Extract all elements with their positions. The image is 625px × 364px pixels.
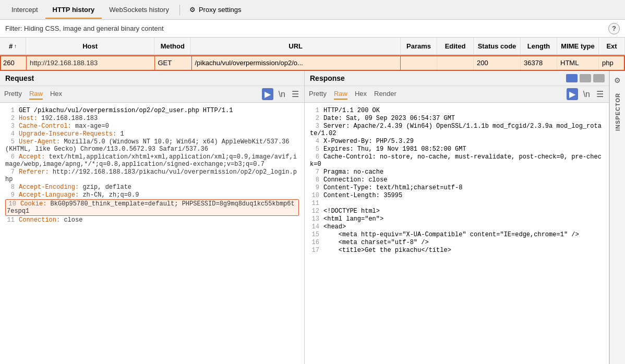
response-content: 1HTTP/1.1 200 OK2Date: Sat, 09 Sep 2023 … bbox=[305, 103, 609, 364]
response-tab-pretty[interactable]: Pretty bbox=[309, 89, 327, 100]
request-title: Request bbox=[4, 72, 35, 84]
response-send-icon[interactable]: ▶ bbox=[567, 88, 578, 100]
response-line: 17 <title>Get the pikachu</title> bbox=[310, 247, 604, 254]
response-line: 10Content-Length: 35995 bbox=[310, 192, 604, 199]
response-view-grid-icon[interactable] bbox=[566, 74, 578, 82]
request-line: 1GET /pikachu/vul/overpermission/op2/op2… bbox=[5, 107, 299, 114]
col-num: # ↑ bbox=[0, 38, 26, 54]
request-line: 2Host: 192.168.188.183 bbox=[5, 115, 299, 122]
response-menu-icon[interactable]: ☰ bbox=[595, 88, 605, 100]
col-url: URL bbox=[191, 38, 401, 54]
request-line: 9Accept-Language: zh-CN, zh;q=0.9 bbox=[5, 191, 299, 199]
response-line: 6Cache-Control: no-store, no-cache, must… bbox=[310, 153, 604, 168]
response-view-wrap-icon[interactable] bbox=[593, 74, 605, 82]
response-title: Response bbox=[309, 72, 346, 84]
response-header-bar: Response bbox=[305, 71, 609, 86]
request-line: 11Connection: close bbox=[5, 216, 299, 224]
table-row[interactable]: 260 http://192.168.188.183 GET /pikachu/… bbox=[0, 55, 625, 71]
table-header: # ↑ Host Method URL Params Edited Status… bbox=[0, 38, 625, 55]
request-tab-hex[interactable]: Hex bbox=[50, 89, 62, 100]
response-line: 1HTTP/1.1 200 OK bbox=[310, 107, 604, 114]
request-line: 7Referer: http://192.168.188.183/pikachu… bbox=[5, 168, 299, 183]
top-nav: Intercept HTTP history WebSockets histor… bbox=[0, 0, 625, 20]
response-tab-render[interactable]: Render bbox=[374, 89, 396, 100]
right-sidebar: ⚙ INSPECTOR bbox=[609, 71, 625, 364]
request-menu-icon[interactable]: ☰ bbox=[291, 88, 300, 100]
nav-divider bbox=[179, 5, 180, 15]
response-line: 11 bbox=[310, 200, 604, 207]
request-content: 1GET /pikachu/vul/overpermission/op2/op2… bbox=[0, 103, 304, 364]
col-mime: MIME type bbox=[557, 38, 599, 54]
filter-text: Filter: Hiding CSS, image and general bi… bbox=[5, 25, 164, 32]
response-line: 16 <meta charset="utf-8" /> bbox=[310, 239, 604, 246]
col-length: Length bbox=[521, 38, 557, 54]
response-line: 14<head> bbox=[310, 223, 604, 230]
help-button[interactable]: ? bbox=[608, 23, 620, 34]
request-line: 4Upgrade-Insecure-Requests: 1 bbox=[5, 130, 299, 138]
cell-method: GET bbox=[155, 55, 191, 70]
request-header-bar: Request bbox=[0, 71, 304, 86]
request-tab-raw[interactable]: Raw bbox=[29, 89, 43, 100]
cell-num: 260 bbox=[0, 55, 26, 70]
col-status: Status code bbox=[474, 38, 521, 54]
inspector-label: INSPECTOR bbox=[615, 93, 621, 131]
response-wrap-icon[interactable]: \n bbox=[582, 89, 591, 100]
col-host: Host bbox=[26, 38, 154, 54]
request-tab-icons: ▶ \n ☰ bbox=[262, 88, 300, 100]
request-line: 3Cache-Control: max-age=0 bbox=[5, 123, 299, 130]
request-line: 5User-Agent: Mozilla/5.0 (Windows NT 10.… bbox=[5, 138, 299, 153]
main-content: Request Pretty Raw Hex ▶ \n ☰ 1GET /pika… bbox=[0, 71, 625, 364]
request-line: 8Accept-Encoding: gzip, deflate bbox=[5, 184, 299, 191]
response-line: 7Pragma: no-cache bbox=[310, 168, 604, 176]
response-line: 9Content-Type: text/html;charset=utf-8 bbox=[310, 184, 604, 191]
cell-params bbox=[401, 55, 437, 70]
request-line: 10Cookie: BkG0p95780_think_template=defa… bbox=[5, 199, 299, 216]
tab-proxy-settings[interactable]: ⚙ Proxy settings bbox=[183, 3, 248, 17]
request-tabs: Pretty Raw Hex ▶ \n ☰ bbox=[0, 86, 304, 103]
response-line: 12<!DOCTYPE html> bbox=[310, 208, 604, 215]
col-edited: Edited bbox=[437, 38, 474, 54]
request-wrap-icon[interactable]: \n bbox=[278, 89, 286, 100]
tab-intercept[interactable]: Intercept bbox=[4, 2, 45, 19]
response-line: 13<html lang="en"> bbox=[310, 215, 604, 223]
request-panel: Request Pretty Raw Hex ▶ \n ☰ 1GET /pika… bbox=[0, 71, 305, 364]
cell-host: http://192.168.188.183 bbox=[26, 55, 155, 70]
response-panel: Response Pretty Raw Hex Render ▶ \n ☰ 1H… bbox=[305, 71, 609, 364]
sidebar-gear-icon[interactable]: ⚙ bbox=[611, 73, 624, 88]
cell-mime: HTML bbox=[557, 55, 599, 70]
col-method: Method bbox=[154, 38, 191, 54]
response-tabs: Pretty Raw Hex Render ▶ \n ☰ bbox=[305, 86, 609, 103]
cell-status: 200 bbox=[474, 55, 521, 70]
gear-icon: ⚙ bbox=[189, 6, 196, 14]
response-line: 2Date: Sat, 09 Sep 2023 06:54:37 GMT bbox=[310, 115, 604, 122]
cell-length: 36378 bbox=[521, 55, 557, 70]
cell-url: /pikachu/vul/overpermission/op2/o... bbox=[191, 55, 401, 70]
tab-websockets[interactable]: WebSockets history bbox=[102, 2, 176, 19]
cell-ext: php bbox=[599, 55, 625, 70]
request-line: 6Accept: text/html,application/xhtml+xml… bbox=[5, 153, 299, 168]
col-ext: Ext bbox=[599, 38, 625, 54]
request-send-icon[interactable]: ▶ bbox=[262, 88, 273, 100]
response-line: 15 <meta http-equiv="X-UA-Compatible" co… bbox=[310, 231, 604, 238]
tab-http-history[interactable]: HTTP history bbox=[45, 2, 102, 19]
response-tab-icons: ▶ \n ☰ bbox=[567, 88, 605, 100]
request-tab-pretty[interactable]: Pretty bbox=[4, 89, 22, 100]
sort-arrow: ↑ bbox=[14, 43, 17, 49]
cell-edited bbox=[437, 55, 474, 70]
response-tab-hex[interactable]: Hex bbox=[355, 89, 367, 100]
col-params: Params bbox=[401, 38, 437, 54]
response-tab-raw[interactable]: Raw bbox=[334, 89, 347, 100]
filter-bar: Filter: Hiding CSS, image and general bi… bbox=[0, 20, 625, 38]
response-view-list-icon[interactable] bbox=[580, 74, 591, 82]
response-line: 8Connection: close bbox=[310, 176, 604, 184]
response-line: 4X-Powered-By: PHP/5.3.29 bbox=[310, 138, 604, 145]
response-line: 5Expires: Thu, 19 Nov 1981 08:52:00 GMT bbox=[310, 145, 604, 153]
response-line: 3Server: Apache/2.4.39 (Win64) OpenSSL/1… bbox=[310, 123, 604, 137]
